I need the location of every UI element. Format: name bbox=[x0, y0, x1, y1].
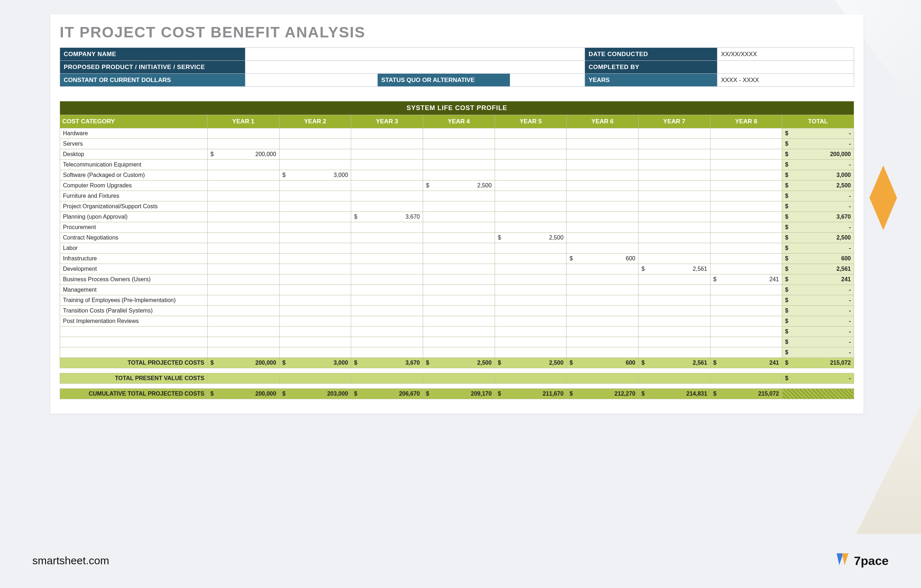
cost-cell[interactable] bbox=[279, 233, 351, 243]
cost-category-cell[interactable]: Planning (upon Approval) bbox=[60, 212, 208, 222]
cost-cell[interactable] bbox=[208, 243, 280, 253]
cost-cell[interactable] bbox=[208, 326, 280, 337]
cost-cell[interactable] bbox=[208, 191, 280, 201]
cost-cell[interactable] bbox=[566, 233, 639, 243]
cost-cell[interactable] bbox=[495, 253, 566, 264]
cost-cell[interactable] bbox=[279, 201, 351, 212]
cost-cell[interactable] bbox=[638, 160, 710, 170]
cost-cell[interactable] bbox=[495, 295, 566, 306]
cost-cell[interactable] bbox=[566, 201, 639, 212]
cost-cell[interactable] bbox=[710, 160, 782, 170]
cost-cell[interactable]: $2,561 bbox=[638, 264, 710, 275]
cost-cell[interactable] bbox=[638, 275, 710, 285]
cost-cell[interactable] bbox=[495, 243, 566, 253]
cost-category-cell[interactable]: Hardware bbox=[60, 128, 208, 139]
value-years[interactable]: XXXX - XXXX bbox=[717, 74, 854, 87]
cost-cell[interactable] bbox=[710, 337, 782, 348]
cost-category-cell[interactable]: Furniture and Fixtures bbox=[60, 191, 208, 201]
cost-cell[interactable] bbox=[208, 295, 280, 306]
cost-category-cell[interactable]: Business Process Owners (Users) bbox=[60, 275, 208, 285]
cost-cell[interactable] bbox=[208, 139, 280, 149]
cost-cell[interactable]: $3,670 bbox=[351, 212, 423, 222]
cost-cell[interactable] bbox=[566, 306, 639, 316]
cost-cell[interactable] bbox=[279, 139, 351, 149]
cost-cell[interactable] bbox=[208, 306, 280, 316]
cost-cell[interactable] bbox=[566, 264, 639, 275]
cost-cell[interactable] bbox=[351, 201, 423, 212]
cost-category-cell[interactable]: Contract Negotiations bbox=[60, 233, 208, 243]
cost-cell[interactable] bbox=[279, 326, 351, 337]
cost-cell[interactable] bbox=[495, 170, 566, 180]
cost-cell[interactable] bbox=[279, 212, 351, 222]
cost-cell[interactable] bbox=[208, 128, 280, 139]
cost-cell[interactable] bbox=[495, 149, 566, 160]
cost-cell[interactable] bbox=[351, 337, 423, 348]
cost-cell[interactable] bbox=[566, 316, 639, 326]
cost-cell[interactable] bbox=[423, 326, 495, 337]
cost-cell[interactable] bbox=[208, 316, 280, 326]
cost-cell[interactable] bbox=[638, 285, 710, 295]
cost-cell[interactable] bbox=[638, 337, 710, 348]
cost-cell[interactable]: $2,500 bbox=[423, 180, 495, 191]
cost-cell[interactable] bbox=[423, 316, 495, 326]
cost-cell[interactable] bbox=[495, 348, 566, 358]
cost-cell[interactable] bbox=[638, 170, 710, 180]
cost-cell[interactable] bbox=[351, 160, 423, 170]
cost-category-cell[interactable]: Post Implementation Reviews bbox=[60, 316, 208, 326]
cost-cell[interactable] bbox=[566, 337, 639, 348]
cost-cell[interactable] bbox=[208, 170, 280, 180]
cost-cell[interactable] bbox=[638, 348, 710, 358]
cost-cell[interactable] bbox=[710, 180, 782, 191]
cost-cell[interactable] bbox=[495, 180, 566, 191]
cost-cell[interactable] bbox=[351, 233, 423, 243]
cost-cell[interactable] bbox=[710, 170, 782, 180]
cost-cell[interactable] bbox=[351, 170, 423, 180]
cost-cell[interactable] bbox=[279, 191, 351, 201]
cost-cell[interactable] bbox=[208, 285, 280, 295]
cost-cell[interactable] bbox=[566, 243, 639, 253]
cost-cell[interactable] bbox=[710, 149, 782, 160]
cost-cell[interactable] bbox=[208, 201, 280, 212]
cost-cell[interactable] bbox=[638, 191, 710, 201]
cost-cell[interactable] bbox=[279, 275, 351, 285]
cost-cell[interactable] bbox=[423, 337, 495, 348]
cost-cell[interactable] bbox=[566, 170, 639, 180]
cost-cell[interactable] bbox=[351, 316, 423, 326]
cost-cell[interactable] bbox=[208, 212, 280, 222]
cost-cell[interactable] bbox=[566, 180, 639, 191]
cost-cell[interactable] bbox=[638, 326, 710, 337]
value-completed-by[interactable] bbox=[717, 61, 854, 74]
cost-cell[interactable] bbox=[279, 264, 351, 275]
cost-cell[interactable] bbox=[351, 285, 423, 295]
cost-cell[interactable] bbox=[351, 348, 423, 358]
value-dollars[interactable] bbox=[245, 74, 378, 87]
cost-cell[interactable] bbox=[423, 139, 495, 149]
cost-cell[interactable] bbox=[495, 306, 566, 316]
cost-cell[interactable] bbox=[279, 253, 351, 264]
cost-cell[interactable] bbox=[566, 212, 639, 222]
cost-category-cell[interactable]: Management bbox=[60, 285, 208, 295]
cost-cell[interactable] bbox=[638, 295, 710, 306]
cost-cell[interactable] bbox=[423, 348, 495, 358]
cost-cell[interactable] bbox=[495, 201, 566, 212]
cost-cell[interactable] bbox=[351, 149, 423, 160]
cost-cell[interactable] bbox=[566, 275, 639, 285]
cost-cell[interactable] bbox=[279, 222, 351, 233]
cost-cell[interactable] bbox=[423, 222, 495, 233]
cost-category-cell[interactable] bbox=[60, 348, 208, 358]
cost-cell[interactable] bbox=[279, 149, 351, 160]
cost-cell[interactable] bbox=[423, 253, 495, 264]
cost-cell[interactable] bbox=[638, 243, 710, 253]
cost-cell[interactable] bbox=[710, 348, 782, 358]
cost-cell[interactable] bbox=[710, 243, 782, 253]
cost-cell[interactable] bbox=[423, 212, 495, 222]
cost-cell[interactable] bbox=[710, 212, 782, 222]
cost-cell[interactable] bbox=[495, 326, 566, 337]
cost-cell[interactable] bbox=[495, 316, 566, 326]
cost-cell[interactable]: $600 bbox=[566, 253, 639, 264]
cost-cell[interactable] bbox=[208, 253, 280, 264]
cost-cell[interactable] bbox=[208, 160, 280, 170]
cost-cell[interactable]: $200,000 bbox=[208, 149, 280, 160]
cost-cell[interactable] bbox=[279, 243, 351, 253]
value-company[interactable] bbox=[245, 48, 585, 61]
